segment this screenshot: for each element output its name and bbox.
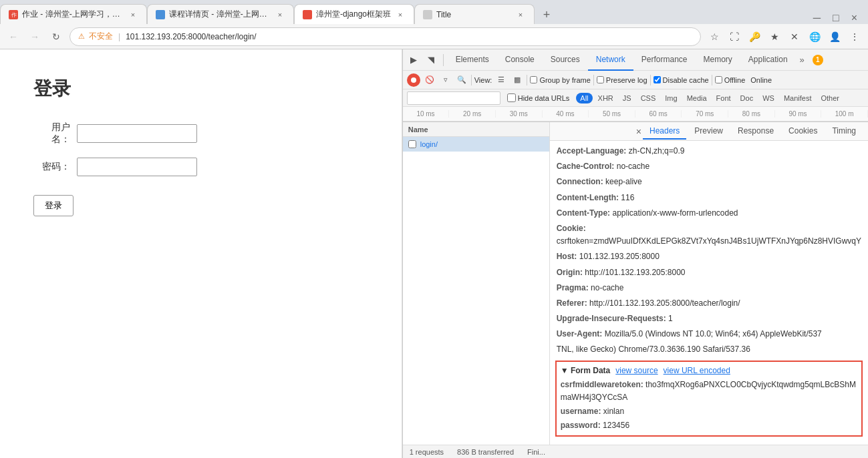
tl-90ms: 90 ms xyxy=(775,110,822,118)
filter-ws[interactable]: WS xyxy=(758,93,778,103)
login-title: 登录 xyxy=(33,76,368,101)
tl-20ms: 20 ms xyxy=(449,110,496,118)
group-by-frame-checkbox[interactable]: Group by frame xyxy=(530,76,590,84)
tab-network[interactable]: Network xyxy=(588,49,633,71)
more-tabs-button[interactable]: » xyxy=(796,55,809,65)
username-input[interactable] xyxy=(77,124,197,143)
maximize-button[interactable]: □ xyxy=(827,12,845,24)
tab-title-2: 课程详情页 - 漳州堂-上网学习... xyxy=(169,9,271,20)
filter-js[interactable]: JS xyxy=(619,93,635,103)
htab-headers[interactable]: Headers xyxy=(643,124,686,140)
filter-media[interactable]: Media xyxy=(683,93,711,103)
htab-response[interactable]: Response xyxy=(731,124,780,140)
globe-icon[interactable]: 🌐 xyxy=(807,29,823,45)
menu-button[interactable]: ⋮ xyxy=(847,29,863,45)
clear-button[interactable]: 🚫 xyxy=(423,73,436,87)
tab-console[interactable]: Console xyxy=(497,49,543,71)
list-view-icon[interactable]: ☰ xyxy=(494,73,508,87)
disable-cache-input[interactable] xyxy=(654,76,661,83)
filter-other[interactable]: Other xyxy=(817,93,843,103)
htab-timing[interactable]: Timing xyxy=(825,124,863,140)
filter-input[interactable] xyxy=(407,91,500,105)
tab-close-1[interactable]: × xyxy=(128,9,138,20)
waterfall-view-icon[interactable]: ▩ xyxy=(511,73,524,87)
new-tab-button[interactable]: + xyxy=(537,5,556,24)
tab-close-3[interactable]: × xyxy=(395,9,406,20)
username-row: 用户名： xyxy=(33,122,368,146)
tab-performance[interactable]: Performance xyxy=(633,49,696,71)
group-by-frame-label: Group by frame xyxy=(539,76,590,84)
tab-4[interactable]: Title × xyxy=(414,4,535,24)
headers-close-button[interactable]: × xyxy=(636,126,641,137)
star-icon[interactable]: ★ xyxy=(766,29,782,45)
offline-input[interactable] xyxy=(715,76,722,83)
tab-2[interactable]: 课程详情页 - 漳州堂-上网学习... × xyxy=(147,4,294,24)
transferred-size: 836 B transferred xyxy=(457,448,514,456)
preserve-log-checkbox[interactable]: Preserve log xyxy=(597,76,647,84)
back-button[interactable]: ← xyxy=(5,29,21,45)
hide-data-urls-checkbox[interactable]: Hide data URLs xyxy=(504,93,573,102)
tab-close-2[interactable]: × xyxy=(275,9,285,20)
key-icon[interactable]: 🔑 xyxy=(746,29,762,45)
tab-1[interactable]: 作 作业 - 漳州堂-上网学习，就来... × xyxy=(0,4,147,24)
requests-count: 1 requests xyxy=(410,448,444,456)
network-row[interactable]: login/ xyxy=(403,137,549,152)
tab-3[interactable]: 漳州堂-django框架班 × xyxy=(294,4,414,24)
devtools-filter: Hide data URLs All XHR JS CSS Img Media … xyxy=(403,89,868,107)
group-by-frame-input[interactable] xyxy=(530,76,537,83)
disable-cache-checkbox[interactable]: Disable cache xyxy=(654,76,709,84)
tab-favicon-4 xyxy=(423,10,432,19)
devtools-top-bar: ▶ ◥ Elements Console Sources Network Per… xyxy=(403,49,868,71)
tab-elements[interactable]: Elements xyxy=(448,49,497,71)
network-row-name[interactable]: login/ xyxy=(420,140,438,148)
filter-all[interactable]: All xyxy=(576,93,592,103)
header-row-content-length: Content-Length: 116 xyxy=(550,190,868,206)
close-button[interactable]: × xyxy=(846,12,863,24)
htab-preview[interactable]: Preview xyxy=(688,124,730,140)
page-body: 登录 用户名： 密码： 登录 ▶ ◥ Elements Console xyxy=(0,49,868,458)
record-button[interactable] xyxy=(407,73,420,87)
offline-checkbox[interactable]: Offline xyxy=(715,76,746,84)
search-button[interactable]: 🔍 xyxy=(455,73,468,87)
view-source-link[interactable]: view source xyxy=(615,366,658,375)
htab-cookies[interactable]: Cookies xyxy=(782,124,824,140)
device-icon[interactable]: ◥ xyxy=(423,52,439,68)
x-icon[interactable]: ✕ xyxy=(786,29,803,45)
tab-favicon-1: 作 xyxy=(9,10,18,19)
tab-close-4[interactable]: × xyxy=(515,9,526,20)
filter-button[interactable]: ▿ xyxy=(439,73,452,87)
inspect-icon[interactable]: ▶ xyxy=(406,52,422,68)
online-label: Online xyxy=(750,76,772,84)
sep-5 xyxy=(650,75,651,85)
minimize-button[interactable]: ─ xyxy=(808,12,826,24)
url-bar[interactable]: ⚠ 不安全 | 101.132.193.205:8000/teacher/log… xyxy=(69,27,701,46)
url-protocol: 不安全 xyxy=(89,31,113,42)
network-row-checkbox[interactable] xyxy=(408,140,416,148)
bookmark-button[interactable]: ☆ xyxy=(706,29,722,45)
url-separator: | xyxy=(118,32,120,41)
hide-data-urls-input[interactable] xyxy=(507,93,516,102)
status-bar: 1 requests 836 B transferred Fini... xyxy=(403,445,868,458)
tab-favicon-2 xyxy=(156,10,165,19)
avatar-icon[interactable]: 👤 xyxy=(827,29,843,45)
tab-favicon-3 xyxy=(303,10,312,19)
password-input[interactable] xyxy=(77,158,197,176)
reload-button[interactable]: ↻ xyxy=(48,29,64,45)
filter-xhr[interactable]: XHR xyxy=(594,93,617,103)
alert-badge: 1 xyxy=(813,55,823,65)
view-url-encoded-link[interactable]: view URL encoded xyxy=(664,366,730,375)
tab-memory[interactable]: Memory xyxy=(696,49,740,71)
login-button[interactable]: 登录 xyxy=(33,195,74,216)
filter-img[interactable]: Img xyxy=(661,93,681,103)
tab-application[interactable]: Application xyxy=(740,49,796,71)
tab-sources[interactable]: Sources xyxy=(543,49,588,71)
screenshot-icon[interactable]: ⛶ xyxy=(726,29,742,45)
window-controls: ─ □ × xyxy=(808,12,868,24)
filter-manifest[interactable]: Manifest xyxy=(780,93,816,103)
filter-doc[interactable]: Doc xyxy=(736,93,758,103)
forward-button[interactable]: → xyxy=(27,29,43,45)
filter-font[interactable]: Font xyxy=(712,93,735,103)
fd-csrf-row: csrfmiddlewaretoken: tho3fmqXRog6aPNXCLO… xyxy=(561,378,857,405)
preserve-log-input[interactable] xyxy=(597,76,604,83)
filter-css[interactable]: CSS xyxy=(637,93,660,103)
